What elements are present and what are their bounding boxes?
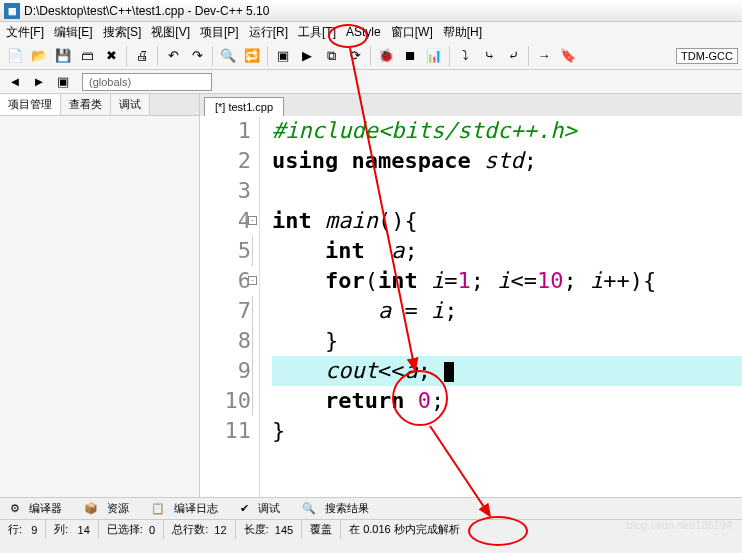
menu-run[interactable]: 运行[R] xyxy=(245,22,292,43)
tab-log[interactable]: 📋 编译日志 xyxy=(145,497,230,520)
status-sel: 已选择: 0 xyxy=(99,520,164,539)
bookmark-button[interactable]: 🔖 xyxy=(557,45,579,67)
line-num: 2 xyxy=(200,146,251,176)
tab-debug[interactable]: 调试 xyxy=(111,94,150,115)
separator xyxy=(212,46,213,66)
line-num: 5 xyxy=(200,236,251,266)
editor: [*] test1.cpp 1 2 3 4- 5 6- 7 8 9 10 11 … xyxy=(200,94,742,497)
separator xyxy=(267,46,268,66)
rebuild-button[interactable]: ⟳ xyxy=(344,45,366,67)
line-num: 11 xyxy=(200,416,251,446)
editor-tabs: [*] test1.cpp xyxy=(200,94,742,116)
stop-button[interactable]: ⏹ xyxy=(399,45,421,67)
separator xyxy=(157,46,158,66)
navbar: ◄ ► ▣ (globals) xyxy=(0,70,742,94)
scope-select[interactable]: (globals) xyxy=(82,73,212,91)
status-total: 总行数: 12 xyxy=(164,520,235,539)
open-button[interactable]: 📂 xyxy=(28,45,50,67)
sidebar-tabs: 项目管理 查看类 调试 xyxy=(0,94,199,116)
status-line: 行: 9 xyxy=(0,520,46,539)
gutter: 1 2 3 4- 5 6- 7 8 9 10 11 xyxy=(200,116,260,497)
replace-button[interactable]: 🔁 xyxy=(241,45,263,67)
separator xyxy=(528,46,529,66)
sidebar: 项目管理 查看类 调试 xyxy=(0,94,200,497)
debug-button[interactable]: 🐞 xyxy=(375,45,397,67)
separator xyxy=(126,46,127,66)
profile-button[interactable]: 📊 xyxy=(423,45,445,67)
tab-classes[interactable]: 查看类 xyxy=(61,94,111,115)
goto-button[interactable]: → xyxy=(533,45,555,67)
back-button[interactable]: ◄ xyxy=(4,71,26,93)
menu-file[interactable]: 文件[F] xyxy=(2,22,48,43)
tab-compiler[interactable]: ⚙ 编译器 xyxy=(4,497,74,520)
find-button[interactable]: 🔍 xyxy=(217,45,239,67)
line-num: 7 xyxy=(200,296,251,326)
compile-run-button[interactable]: ⧉ xyxy=(320,45,342,67)
separator xyxy=(449,46,450,66)
save-button[interactable]: 💾 xyxy=(52,45,74,67)
status-col: 列: 14 xyxy=(46,520,98,539)
menu-astyle[interactable]: AStyle xyxy=(342,23,385,41)
forward-button[interactable]: ► xyxy=(28,71,50,93)
cursor xyxy=(444,362,454,382)
line-num: 4- xyxy=(200,206,251,236)
close-button[interactable]: ✖ xyxy=(100,45,122,67)
new-file-button[interactable]: 📄 xyxy=(4,45,26,67)
menu-edit[interactable]: 编辑[E] xyxy=(50,22,97,43)
line-num: 6- xyxy=(200,266,251,296)
tab-project[interactable]: 项目管理 xyxy=(0,94,61,115)
status-len: 长度: 145 xyxy=(236,520,303,539)
menu-view[interactable]: 视图[V] xyxy=(147,22,194,43)
watermark: blog.csdn.net/105194 xyxy=(627,519,732,531)
code-area[interactable]: 1 2 3 4- 5 6- 7 8 9 10 11 #include<bits/… xyxy=(200,116,742,497)
line-num: 3 xyxy=(200,176,251,206)
step-out-button[interactable]: ⤶ xyxy=(502,45,524,67)
main-area: 项目管理 查看类 调试 [*] test1.cpp 1 2 3 4- 5 6- … xyxy=(0,94,742,497)
compiler-select[interactable]: TDM-GCC xyxy=(676,48,738,64)
step-over-button[interactable]: ⤵ xyxy=(454,45,476,67)
output-tabs: ⚙ 编译器 📦 资源 📋 编译日志 ✔ 调试 🔍 搜索结果 xyxy=(0,497,742,519)
run-button[interactable]: ▶ xyxy=(296,45,318,67)
menubar: 文件[F] 编辑[E] 搜索[S] 视图[V] 项目[P] 运行[R] 工具[T… xyxy=(0,22,742,42)
separator xyxy=(370,46,371,66)
tab-search-results[interactable]: 🔍 搜索结果 xyxy=(296,497,381,520)
window-title: D:\Desktop\test\C++\test1.cpp - Dev-C++ … xyxy=(24,4,269,18)
status-mode: 覆盖 xyxy=(302,520,341,539)
source[interactable]: #include<bits/stdc++.h> using namespace … xyxy=(260,116,742,497)
line-num: 8 xyxy=(200,326,251,356)
line-num: 9 xyxy=(200,356,251,386)
tab-resources[interactable]: 📦 资源 xyxy=(78,497,141,520)
file-tab[interactable]: [*] test1.cpp xyxy=(204,97,284,116)
print-button[interactable]: 🖨 xyxy=(131,45,153,67)
fold-icon[interactable]: - xyxy=(248,216,257,225)
toggle-button[interactable]: ▣ xyxy=(52,71,74,93)
menu-help[interactable]: 帮助[H] xyxy=(439,22,486,43)
undo-button[interactable]: ↶ xyxy=(162,45,184,67)
fold-icon[interactable]: - xyxy=(248,276,257,285)
tab-debug-out[interactable]: ✔ 调试 xyxy=(234,497,292,520)
toolbar: 📄 📂 💾 🗃 ✖ 🖨 ↶ ↷ 🔍 🔁 ▣ ▶ ⧉ ⟳ 🐞 ⏹ 📊 ⤵ ⤷ ⤶ … xyxy=(0,42,742,70)
menu-project[interactable]: 项目[P] xyxy=(196,22,243,43)
save-all-button[interactable]: 🗃 xyxy=(76,45,98,67)
step-into-button[interactable]: ⤷ xyxy=(478,45,500,67)
line-num: 1 xyxy=(200,116,251,146)
menu-search[interactable]: 搜索[S] xyxy=(99,22,146,43)
app-icon: ▦ xyxy=(4,3,20,19)
titlebar: ▦ D:\Desktop\test\C++\test1.cpp - Dev-C+… xyxy=(0,0,742,22)
compile-button[interactable]: ▣ xyxy=(272,45,294,67)
line-num: 10 xyxy=(200,386,251,416)
redo-button[interactable]: ↷ xyxy=(186,45,208,67)
menu-window[interactable]: 窗口[W] xyxy=(387,22,437,43)
menu-tools[interactable]: 工具[T] xyxy=(294,22,340,43)
status-parse: 在 0.016 秒内完成解析 xyxy=(341,520,468,539)
